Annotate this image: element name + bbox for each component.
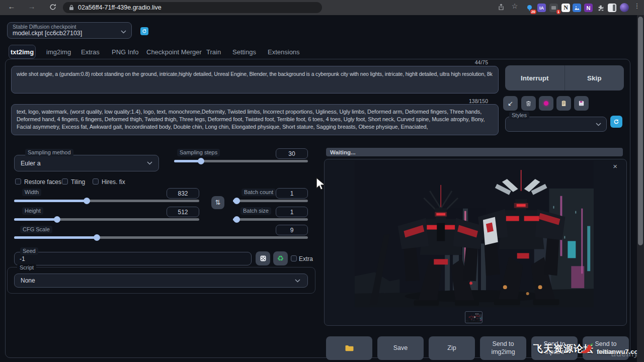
extension-pin-icon[interactable]: 20 <box>525 4 534 12</box>
hires-fix-label: Hires. fix <box>102 178 125 186</box>
styles-label: Styles <box>509 112 529 119</box>
tiling-checkbox[interactable] <box>62 178 68 185</box>
batch-count-input[interactable] <box>276 188 308 199</box>
floppy-icon <box>578 100 585 107</box>
save-style-button[interactable] <box>574 96 589 111</box>
height-slider[interactable] <box>14 218 199 221</box>
share-icon[interactable] <box>496 4 507 12</box>
apply-style-button[interactable] <box>556 96 571 111</box>
tab-train[interactable]: Train <box>206 48 221 56</box>
tab-png-info[interactable]: PNG Info <box>112 48 138 56</box>
height-input[interactable] <box>167 207 199 217</box>
hires-fix-checkbox[interactable] <box>93 178 99 185</box>
magenta-dot-icon <box>544 101 548 106</box>
send-to-img2img-button[interactable]: Send to img2img <box>480 336 526 360</box>
paste-params-button[interactable]: ↙ <box>503 96 518 111</box>
tab-img2img[interactable]: img2img <box>46 48 71 56</box>
cfg-scale-input[interactable] <box>276 225 308 235</box>
extensions-puzzle-icon[interactable] <box>596 4 605 12</box>
sampling-steps-input[interactable] <box>276 148 308 159</box>
tab-extensions[interactable]: Extensions <box>268 48 300 56</box>
progress-bar: Waiting... <box>326 148 623 156</box>
prompt-counter: 44/75 <box>443 59 488 65</box>
seed-input[interactable] <box>14 252 252 265</box>
random-seed-button[interactable] <box>256 251 270 265</box>
styles-refresh-button[interactable] <box>610 116 622 128</box>
width-input[interactable] <box>167 188 199 199</box>
progress-status-text: Waiting... <box>330 149 356 155</box>
tab-settings[interactable]: Settings <box>232 48 256 56</box>
scrollbar <box>637 15 644 362</box>
checkpoint-dropdown[interactable]: Stable Diffusion checkpoint model.ckpt [… <box>7 22 132 39</box>
skip-button[interactable]: Skip <box>565 65 624 90</box>
pin-badge: 20 <box>530 10 536 14</box>
cfg-scale-label: CFG Scale <box>20 226 52 233</box>
zip-button[interactable]: Zip <box>429 336 475 360</box>
browser-toolbar: ← → 02a56ff4-71ff-439e.gradio.live ☆ 20 … <box>0 0 644 15</box>
folder-icon <box>345 344 354 352</box>
interrupt-button[interactable]: Interrupt <box>505 65 565 90</box>
messages-badge: 1 <box>556 10 560 14</box>
open-folder-button[interactable] <box>326 336 372 360</box>
bookmark-star-icon[interactable]: ☆ <box>509 2 520 10</box>
browser-menu-icon[interactable]: ⋮ <box>631 2 642 10</box>
batch-size-label: Batch size <box>240 207 271 215</box>
sampling-steps-slider[interactable] <box>174 160 308 162</box>
tiling-label: Tiling <box>71 178 85 186</box>
reload-icon[interactable] <box>47 4 58 12</box>
generated-image[interactable] <box>354 161 594 307</box>
restore-faces-label: Restore faces <box>24 178 61 186</box>
extension-ia-icon[interactable]: IA <box>537 4 546 12</box>
batch-size-slider[interactable] <box>233 218 308 221</box>
gallery-thumbnail[interactable] <box>465 312 482 323</box>
prompt-textarea[interactable]: wide shot angle, a (gundam:0.8) robot st… <box>11 66 499 94</box>
chili-icon <box>578 342 595 355</box>
restore-faces-checkbox[interactable] <box>15 178 21 185</box>
chevron-down-icon <box>147 161 152 165</box>
extension-messages-icon[interactable]: 1 <box>549 4 558 12</box>
extra-seed-checkbox[interactable] <box>291 255 297 261</box>
checkpoint-refresh-button[interactable] <box>140 27 148 35</box>
width-label: Width <box>22 189 41 196</box>
recycle-icon: ♻ <box>277 254 284 263</box>
batch-count-label: Batch count <box>242 189 276 196</box>
close-gallery-icon[interactable]: × <box>613 162 617 170</box>
reuse-seed-button[interactable]: ♻ <box>273 251 288 265</box>
negative-prompt-textarea[interactable]: text, logo, watermark, (worst quality, l… <box>11 104 499 135</box>
tab-checkpoint-merger[interactable]: Checkpoint Merger <box>146 48 202 56</box>
extension-onenote-icon[interactable]: N <box>584 4 593 12</box>
tab-txt2img[interactable]: txt2img <box>9 45 36 59</box>
url-text: 02a56ff4-71ff-439e.gradio.live <box>78 4 162 11</box>
batch-size-input[interactable] <box>276 207 308 217</box>
save-button[interactable]: Save <box>377 336 424 360</box>
forward-icon[interactable]: → <box>26 2 37 11</box>
lock-icon <box>69 5 74 11</box>
script-dropdown[interactable]: None <box>14 274 308 288</box>
batch-count-slider[interactable] <box>233 200 308 202</box>
gallery-panel: × <box>324 159 627 326</box>
clear-prompt-button[interactable] <box>521 96 536 111</box>
screen: ← → 02a56ff4-71ff-439e.gradio.live ☆ 20 … <box>0 0 644 362</box>
cfg-scale-slider[interactable] <box>14 236 308 239</box>
extra-seed-label: Extra <box>299 255 313 262</box>
extra-networks-button[interactable] <box>539 96 553 111</box>
seed-label: Seed <box>20 247 38 255</box>
scrollbar-thumb[interactable] <box>638 17 643 245</box>
address-bar[interactable]: 02a56ff4-71ff-439e.gradio.live <box>63 2 322 13</box>
sampling-method-value: Euler a <box>21 160 41 167</box>
back-icon[interactable]: ← <box>6 2 17 11</box>
negative-prompt-counter: 138/150 <box>443 98 488 104</box>
profile-avatar[interactable] <box>620 3 629 12</box>
sampling-method-dropdown[interactable]: Euler a <box>14 155 159 171</box>
dice-icon <box>260 255 267 262</box>
generate-button-group: Interrupt Skip <box>505 65 624 90</box>
extension-image-icon[interactable] <box>573 4 581 12</box>
width-slider[interactable] <box>14 200 199 202</box>
tab-extras[interactable]: Extras <box>81 48 100 56</box>
chevron-down-icon <box>121 30 126 34</box>
extension-notion-icon[interactable]: N <box>561 4 570 12</box>
sidebar-toggle-icon[interactable] <box>608 4 616 12</box>
swap-arrows-icon: ⇅ <box>215 199 221 207</box>
checkpoint-value: model.ckpt [cc6cb27103] <box>13 30 82 37</box>
swap-dimensions-button[interactable]: ⇅ <box>211 196 224 209</box>
